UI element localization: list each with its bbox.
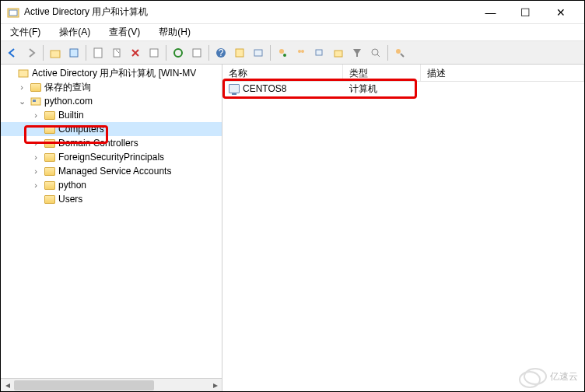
expand-icon[interactable]: › bbox=[30, 152, 41, 162]
action-icon[interactable] bbox=[391, 44, 408, 61]
svg-point-7 bbox=[174, 49, 182, 57]
svg-point-15 bbox=[298, 50, 301, 53]
svg-rect-6 bbox=[150, 49, 158, 57]
domain-icon bbox=[30, 95, 42, 107]
cut-icon[interactable] bbox=[89, 44, 107, 61]
svg-rect-8 bbox=[193, 49, 201, 57]
column-desc[interactable]: 描述 bbox=[421, 65, 584, 81]
column-name[interactable]: 名称 bbox=[222, 65, 343, 81]
properties-button[interactable] bbox=[65, 44, 82, 61]
minimize-button[interactable]: — bbox=[473, 2, 508, 23]
collapse-icon[interactable]: ⌄ bbox=[16, 96, 27, 107]
export-icon[interactable] bbox=[188, 44, 205, 61]
tree-label: Domain Controllers bbox=[58, 138, 138, 149]
separator bbox=[86, 45, 86, 61]
scroll-thumb[interactable] bbox=[14, 380, 154, 390]
search-icon[interactable] bbox=[367, 44, 384, 61]
content-area: Active Directory 用户和计算机 [WIN-MV › 保存的查询 … bbox=[1, 65, 584, 391]
expand-icon[interactable]: › bbox=[30, 166, 41, 176]
delete-icon[interactable] bbox=[127, 44, 144, 61]
scroll-left-icon[interactable]: ◂ bbox=[1, 379, 14, 392]
tree-label: Managed Service Accounts bbox=[58, 166, 171, 177]
separator bbox=[166, 45, 166, 61]
tree: Active Directory 用户和计算机 [WIN-MV › 保存的查询 … bbox=[1, 65, 222, 208]
tree-computers[interactable]: Computers bbox=[1, 122, 222, 136]
ou-add-icon[interactable] bbox=[330, 44, 347, 61]
refresh-icon[interactable] bbox=[170, 44, 187, 61]
tree-msa[interactable]: › Managed Service Accounts bbox=[1, 164, 222, 178]
svg-rect-3 bbox=[70, 49, 78, 57]
svg-rect-23 bbox=[33, 100, 36, 102]
column-type[interactable]: 类型 bbox=[343, 65, 421, 81]
tree-label: python.com bbox=[44, 96, 93, 107]
item-name: CENTOS8 bbox=[243, 83, 286, 94]
maximize-button[interactable]: ☐ bbox=[508, 2, 543, 23]
list-item[interactable]: CENTOS8 计算机 bbox=[222, 82, 584, 96]
tree-label: Users bbox=[58, 194, 82, 205]
separator bbox=[43, 45, 44, 61]
close-button[interactable]: ✕ bbox=[543, 2, 578, 23]
tree-label: Builtin bbox=[58, 110, 84, 121]
list-panel: 名称 类型 描述 CENTOS8 计算机 bbox=[222, 65, 584, 391]
menu-view[interactable]: 查看(V) bbox=[104, 24, 145, 40]
filter-icon[interactable] bbox=[349, 44, 366, 61]
expand-icon[interactable]: › bbox=[30, 110, 41, 120]
separator bbox=[270, 45, 271, 61]
tree-domain-controllers[interactable]: › Domain Controllers bbox=[1, 136, 222, 150]
svg-rect-18 bbox=[335, 51, 342, 57]
tree-fsp[interactable]: › ForeignSecurityPrincipals bbox=[1, 150, 222, 164]
list-header: 名称 类型 描述 bbox=[222, 65, 584, 82]
tree-users[interactable]: Users bbox=[1, 192, 222, 206]
computer-icon[interactable] bbox=[250, 44, 267, 61]
help-icon[interactable]: ? bbox=[212, 44, 229, 61]
back-button[interactable] bbox=[4, 44, 21, 61]
svg-point-19 bbox=[372, 49, 378, 55]
forward-button[interactable] bbox=[23, 44, 40, 61]
folder-icon bbox=[44, 193, 56, 205]
copy-icon[interactable] bbox=[108, 44, 125, 61]
svg-point-14 bbox=[283, 54, 286, 57]
tree-label: 保存的查询 bbox=[44, 81, 91, 94]
svg-point-13 bbox=[279, 49, 284, 54]
toolbar: ? bbox=[1, 41, 584, 65]
tree-builtin[interactable]: › Builtin bbox=[1, 108, 222, 122]
user-add-icon[interactable] bbox=[274, 44, 291, 61]
cell-name: CENTOS8 bbox=[222, 83, 343, 94]
watermark: 亿速云 bbox=[524, 368, 578, 385]
watermark-text: 亿速云 bbox=[550, 370, 578, 383]
menu-action[interactable]: 操作(A) bbox=[54, 24, 95, 40]
svg-rect-1 bbox=[9, 10, 17, 16]
window-title: Active Directory 用户和计算机 bbox=[24, 5, 473, 19]
tree-label: Active Directory 用户和计算机 [WIN-MV bbox=[32, 67, 196, 80]
tree-python[interactable]: › python bbox=[1, 178, 222, 192]
folder-icon bbox=[44, 151, 56, 163]
tree-domain[interactable]: ⌄ python.com bbox=[1, 94, 222, 108]
find-icon[interactable] bbox=[231, 44, 248, 61]
computer-icon bbox=[229, 84, 240, 93]
folder-icon bbox=[30, 81, 42, 93]
computer-add-icon[interactable] bbox=[311, 44, 328, 61]
tree-root[interactable]: Active Directory 用户和计算机 [WIN-MV bbox=[1, 66, 222, 80]
cell-type: 计算机 bbox=[343, 82, 421, 96]
tree-saved-queries[interactable]: › 保存的查询 bbox=[1, 80, 222, 94]
menu-help[interactable]: 帮助(H) bbox=[154, 24, 195, 40]
expand-icon[interactable]: › bbox=[30, 180, 41, 190]
tree-label: python bbox=[58, 180, 86, 191]
svg-rect-2 bbox=[51, 51, 60, 58]
svg-rect-12 bbox=[254, 50, 262, 56]
window-controls: — ☐ ✕ bbox=[473, 2, 578, 23]
separator bbox=[208, 45, 209, 61]
properties-icon[interactable] bbox=[145, 44, 163, 61]
menu-file[interactable]: 文件(F) bbox=[5, 24, 45, 40]
horizontal-scrollbar[interactable]: ◂ ▸ bbox=[1, 378, 222, 391]
group-add-icon[interactable] bbox=[292, 44, 310, 61]
folder-icon bbox=[44, 165, 56, 177]
up-button[interactable] bbox=[47, 44, 64, 61]
expand-icon[interactable]: › bbox=[16, 82, 27, 92]
scroll-right-icon[interactable]: ▸ bbox=[208, 379, 222, 392]
svg-rect-4 bbox=[94, 48, 102, 58]
svg-rect-11 bbox=[236, 49, 243, 57]
list-body[interactable]: CENTOS8 计算机 bbox=[222, 82, 584, 391]
svg-point-20 bbox=[396, 49, 401, 54]
expand-icon[interactable]: › bbox=[30, 138, 41, 148]
